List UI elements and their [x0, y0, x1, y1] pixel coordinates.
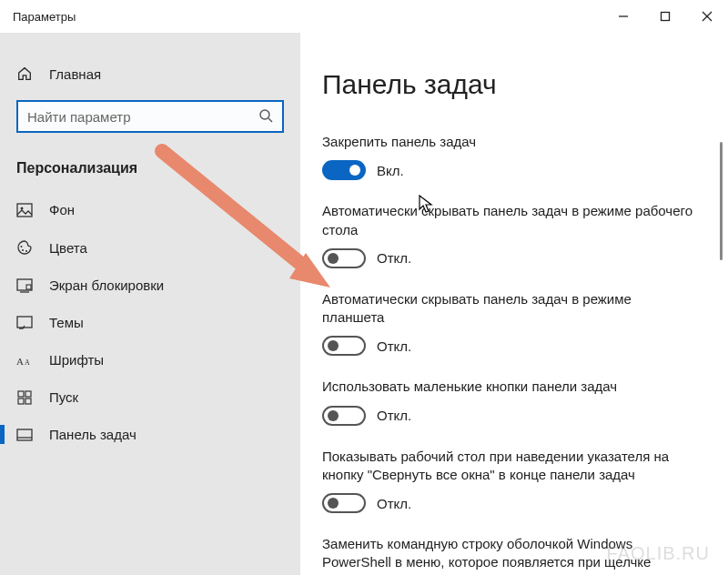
sidebar-item-lockscreen[interactable]: Экран блокировки [0, 267, 300, 304]
toggle-state: Вкл. [377, 163, 404, 178]
svg-rect-17 [18, 391, 24, 397]
svg-rect-1 [662, 13, 670, 21]
start-icon [16, 390, 33, 405]
toggle-lock-taskbar[interactable] [322, 160, 366, 180]
taskbar-icon [16, 429, 33, 441]
sidebar-item-colors[interactable]: Цвета [0, 228, 300, 267]
toggle-small-buttons[interactable] [322, 406, 366, 426]
setting-autohide-desktop: Автоматически скрывать панель задач в ре… [322, 202, 706, 268]
svg-text:A: A [25, 358, 30, 367]
sidebar-section: Персонализация [0, 151, 300, 191]
setting-label: Показывать рабочий стол при наведении ук… [322, 448, 695, 485]
nav-label: Цвета [49, 240, 87, 256]
sidebar-item-start[interactable]: Пуск [0, 378, 300, 416]
svg-rect-21 [17, 429, 32, 440]
home-nav[interactable]: Главная [0, 56, 300, 91]
window-title: Параметры [13, 10, 76, 24]
svg-point-9 [22, 249, 24, 251]
svg-point-10 [25, 250, 27, 252]
setting-label: Закрепить панель задач [322, 133, 695, 151]
toggle-autohide-tablet[interactable] [322, 336, 366, 356]
svg-point-8 [21, 246, 23, 247]
sidebar-item-themes[interactable]: Темы [0, 304, 300, 341]
svg-point-7 [21, 207, 24, 209]
home-label: Главная [49, 66, 101, 82]
home-icon [16, 66, 33, 82]
sidebar-item-taskbar[interactable]: Панель задач [0, 416, 300, 453]
scrollbar[interactable] [720, 142, 723, 260]
toggle-state: Откл. [377, 408, 411, 423]
svg-rect-19 [18, 398, 24, 404]
maximize-button[interactable] [644, 0, 686, 33]
nav-label: Панель задач [49, 427, 136, 442]
nav-label: Шрифты [49, 352, 104, 368]
nav-label: Фон [49, 202, 75, 217]
toggle-state: Откл. [377, 496, 411, 511]
search-icon [258, 108, 273, 126]
search-input[interactable]: Найти параметр [16, 100, 284, 133]
nav-label: Экран блокировки [49, 277, 164, 293]
setting-label: Использовать маленькие кнопки панели зад… [322, 378, 695, 396]
sidebar: Главная Найти параметр Персонализация Фо… [0, 33, 300, 575]
sidebar-item-background[interactable]: Фон [0, 191, 300, 228]
palette-icon [16, 239, 33, 256]
close-button[interactable] [686, 0, 728, 33]
picture-icon [16, 203, 33, 217]
setting-lock-taskbar: Закрепить панель задач Вкл. [322, 133, 706, 180]
toggle-autohide-desktop[interactable] [322, 248, 366, 268]
svg-rect-6 [17, 204, 32, 217]
setting-label: Автоматически скрывать панель задач в ре… [322, 290, 695, 328]
svg-text:A: A [16, 356, 24, 367]
page-title: Панель задач [322, 69, 706, 100]
svg-rect-18 [25, 391, 31, 397]
lockscreen-icon [16, 278, 33, 293]
setting-peek-desktop: Показывать рабочий стол при наведении ук… [322, 448, 706, 514]
setting-autohide-tablet: Автоматически скрывать панель задач в ре… [322, 290, 706, 357]
main-panel: Панель задач Закрепить панель задач Вкл.… [300, 33, 728, 575]
setting-label: Автоматически скрывать панель задач в ре… [322, 202, 695, 239]
title-bar: Параметры [0, 0, 728, 33]
svg-line-5 [268, 118, 272, 122]
minimize-button[interactable] [602, 0, 644, 33]
setting-small-buttons: Использовать маленькие кнопки панели зад… [322, 378, 706, 425]
fonts-icon: AA [16, 353, 33, 368]
nav-label: Темы [49, 315, 84, 330]
themes-icon [16, 316, 33, 330]
nav-label: Пуск [49, 389, 78, 405]
toggle-state: Откл. [377, 250, 411, 266]
watermark: FAQLIB.RU [607, 543, 710, 564]
svg-rect-20 [25, 398, 31, 404]
toggle-state: Откл. [377, 338, 411, 354]
svg-point-4 [260, 110, 269, 119]
svg-rect-12 [26, 285, 31, 289]
search-placeholder: Найти параметр [27, 109, 131, 125]
sidebar-item-fonts[interactable]: AA Шрифты [0, 341, 300, 378]
toggle-peek-desktop[interactable] [322, 493, 366, 513]
